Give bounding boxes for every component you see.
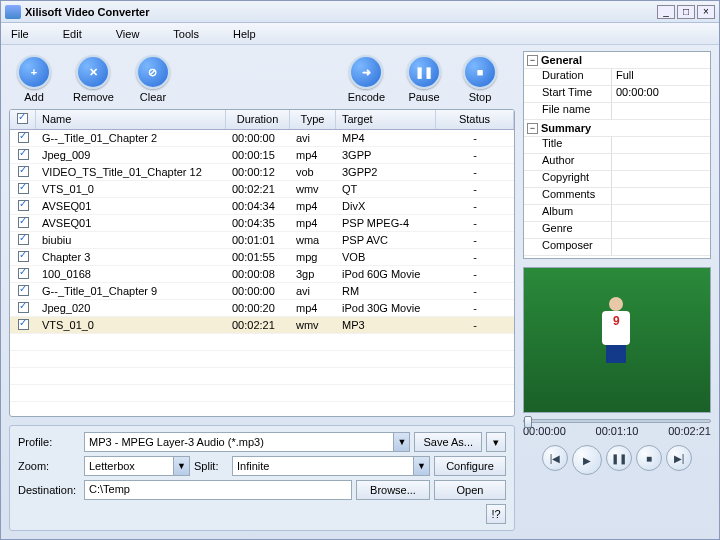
cell-name: Jpeg_020 [36,302,226,314]
cell-target: MP3 [336,319,436,331]
cell-target: iPod 30G Movie [336,302,436,314]
header-checkbox[interactable] [10,110,36,129]
pause-playback-button[interactable]: ❚❚ [606,445,632,471]
cell-name: VIDEO_TS_Title_01_Chapter 12 [36,166,226,178]
cell-target: MP4 [336,132,436,144]
cell-name: AVSEQ01 [36,200,226,212]
cell-status: - [436,166,514,178]
cell-status: - [436,149,514,161]
stop-button[interactable]: ■Stop [463,55,497,103]
cell-status: - [436,200,514,212]
save-as-button[interactable]: Save As... [414,432,482,452]
table-row[interactable]: Chapter 300:01:55mpgVOB- [10,249,514,266]
next-frame-button[interactable]: ▶| [666,445,692,471]
zoom-select[interactable]: Letterbox▼ [84,456,190,476]
table-row[interactable]: AVSEQ0100:04:35mp4PSP MPEG-4- [10,215,514,232]
table-row-empty [10,368,514,385]
table-row[interactable]: 100_016800:00:083gpiPod 60G Movie- [10,266,514,283]
table-row[interactable]: G--_Title_01_Chapter 900:00:00aviRM- [10,283,514,300]
pause-button[interactable]: ❚❚Pause [407,55,441,103]
table-row[interactable]: Jpeg_00900:00:15mp43GPP- [10,147,514,164]
row-checkbox[interactable] [18,183,29,194]
cell-type: vob [290,166,336,178]
cell-status: - [436,302,514,314]
row-checkbox[interactable] [18,217,29,228]
slider-thumb[interactable] [524,416,532,428]
row-checkbox[interactable] [18,319,29,330]
menu-file[interactable]: File [11,28,29,40]
remove-button[interactable]: ✕Remove [73,55,114,103]
row-checkbox[interactable] [18,268,29,279]
prop-row: File name [524,103,710,120]
cell-status: - [436,251,514,263]
add-button[interactable]: +Add [17,55,51,103]
cell-name: Jpeg_009 [36,149,226,161]
header-status[interactable]: Status [436,110,514,129]
clear-button[interactable]: ⊘Clear [136,55,170,103]
row-checkbox[interactable] [18,200,29,211]
help-button[interactable]: !? [486,504,506,524]
header-type[interactable]: Type [290,110,336,129]
profile-select[interactable]: MP3 - MPEG Layer-3 Audio (*.mp3)▼ [84,432,410,452]
encode-button[interactable]: ➜Encode [348,55,385,103]
destination-input[interactable]: C:\Temp [84,480,352,500]
table-row[interactable]: VIDEO_TS_Title_01_Chapter 1200:00:12vob3… [10,164,514,181]
menu-help[interactable]: Help [233,28,256,40]
table-row[interactable]: G--_Title_01_Chapter 200:00:00aviMP4- [10,130,514,147]
menu-view[interactable]: View [116,28,140,40]
x-icon: ✕ [76,55,110,89]
row-checkbox[interactable] [18,132,29,143]
menu-tools[interactable]: Tools [173,28,199,40]
cell-duration: 00:00:12 [226,166,290,178]
prev-frame-button[interactable]: |◀ [542,445,568,471]
play-button[interactable]: ▶ [572,445,602,475]
menu-edit[interactable]: Edit [63,28,82,40]
table-row[interactable]: biubiu00:01:01wmaPSP AVC- [10,232,514,249]
group-general[interactable]: −General [524,52,710,69]
split-select[interactable]: Infinite▼ [232,456,430,476]
collapse-icon[interactable]: − [527,123,538,134]
save-as-menu-button[interactable]: ▾ [486,432,506,452]
open-button[interactable]: Open [434,480,506,500]
table-row[interactable]: VTS_01_000:02:21wmvMP3- [10,317,514,334]
maximize-button[interactable]: □ [677,5,695,19]
cell-target: PSP MPEG-4 [336,217,436,229]
header-target[interactable]: Target [336,110,436,129]
header-duration[interactable]: Duration [226,110,290,129]
cell-duration: 00:04:34 [226,200,290,212]
table-row[interactable]: Jpeg_02000:00:20mp4iPod 30G Movie- [10,300,514,317]
cell-name: Chapter 3 [36,251,226,263]
cell-name: G--_Title_01_Chapter 2 [36,132,226,144]
prop-row: Author [524,154,710,171]
header-name[interactable]: Name [36,110,226,129]
browse-button[interactable]: Browse... [356,480,430,500]
destination-label: Destination: [18,484,80,496]
table-body: G--_Title_01_Chapter 200:00:00aviMP4-Jpe… [10,130,514,416]
video-preview[interactable]: 9 [523,267,711,413]
collapse-icon[interactable]: − [527,55,538,66]
configure-button[interactable]: Configure [434,456,506,476]
group-summary[interactable]: −Summary [524,120,710,137]
cell-type: wmv [290,183,336,195]
cell-status: - [436,183,514,195]
stop-playback-button[interactable]: ■ [636,445,662,471]
row-checkbox[interactable] [18,251,29,262]
properties-panel[interactable]: −General DurationFull Start Time00:00:00… [523,51,711,259]
cancel-icon: ⊘ [136,55,170,89]
table-row[interactable]: AVSEQ0100:04:34mp4DivX- [10,198,514,215]
row-checkbox[interactable] [18,285,29,296]
row-checkbox[interactable] [18,302,29,313]
minimize-button[interactable]: _ [657,5,675,19]
cell-status: - [436,234,514,246]
close-button[interactable]: × [697,5,715,19]
row-checkbox[interactable] [18,234,29,245]
seek-bar[interactable]: 00:00:00 00:01:10 00:02:21 [523,419,711,437]
prop-row: DurationFull [524,69,710,86]
titlebar[interactable]: Xilisoft Video Converter _ □ × [1,1,719,23]
row-checkbox[interactable] [18,166,29,177]
cell-duration: 00:02:21 [226,319,290,331]
row-checkbox[interactable] [18,149,29,160]
cell-status: - [436,217,514,229]
time-end: 00:02:21 [668,425,711,437]
table-row[interactable]: VTS_01_000:02:21wmvQT- [10,181,514,198]
